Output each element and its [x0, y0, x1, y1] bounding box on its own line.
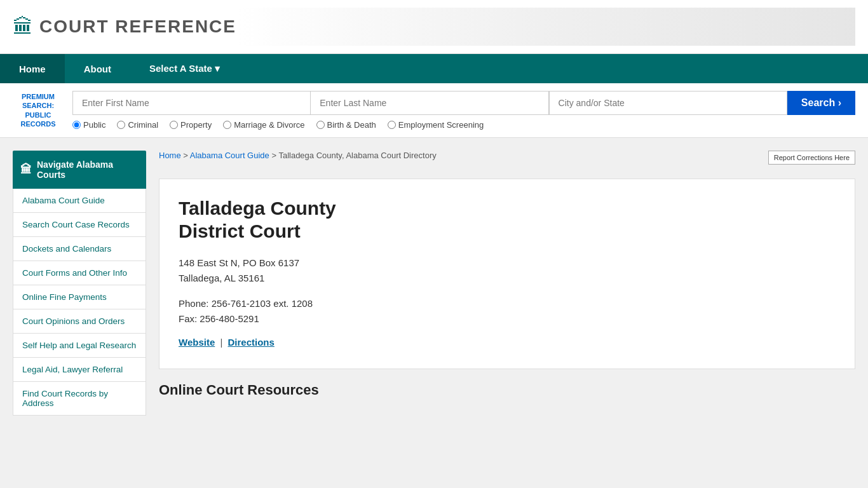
radio-marriage-divorce[interactable]: Marriage & Divorce	[223, 120, 304, 130]
sidebar-link-self-help[interactable]: Self Help and Legal Research	[13, 334, 146, 357]
court-card: Talladega County District Court 148 East…	[159, 179, 855, 369]
sidebar-item-legal-aid[interactable]: Legal Aid, Lawyer Referral	[13, 358, 146, 382]
sidebar-link-alabama-court-guide[interactable]: Alabama Court Guide	[13, 189, 146, 212]
radio-property-label: Property	[180, 120, 212, 130]
breadcrumb: Home > Alabama Court Guide > Talladega C…	[159, 151, 855, 170]
sidebar-link-legal-aid[interactable]: Legal Aid, Lawyer Referral	[13, 358, 146, 381]
radio-public-label: Public	[83, 120, 105, 130]
radio-options-row: Public Criminal Property Marriage & Divo…	[72, 120, 855, 130]
sidebar-item-court-opinions[interactable]: Court Opinions and Orders	[13, 309, 146, 334]
nav-about[interactable]: About	[65, 54, 130, 83]
first-name-input[interactable]	[72, 91, 310, 115]
nav-home[interactable]: Home	[0, 54, 65, 83]
radio-employment-label: Employment Screening	[398, 120, 484, 130]
premium-label: PREMIUM SEARCH: PUBLIC RECORDS	[13, 92, 64, 128]
sidebar-item-online-fine-payments[interactable]: Online Fine Payments	[13, 285, 146, 309]
sidebar-link-search-court-case-records[interactable]: Search Court Case Records	[13, 213, 146, 236]
search-inputs-row: Search ›	[72, 91, 855, 115]
last-name-input[interactable]	[310, 91, 548, 115]
online-resources-title: Online Court Resources	[159, 382, 855, 398]
search-bar: PREMIUM SEARCH: PUBLIC RECORDS Search › …	[0, 83, 868, 138]
court-name: Talladega County District Court	[179, 197, 836, 243]
sidebar-link-online-fine-payments[interactable]: Online Fine Payments	[13, 285, 146, 309]
courthouse-icon: 🏛	[13, 15, 33, 39]
site-title: COURT REFERENCE	[39, 17, 236, 37]
directions-link[interactable]: Directions	[228, 337, 275, 348]
court-links: Website | Directions	[179, 337, 836, 348]
court-address: 148 East St N, PO Box 6137 Talladega, AL…	[179, 255, 836, 286]
breadcrumb-current: Talladega County, Alabama Court Director…	[278, 151, 436, 160]
sidebar-header-label: Navigate Alabama Courts	[37, 159, 139, 180]
page-content: Home > Alabama Court Guide > Talladega C…	[159, 151, 855, 416]
sidebar-header: 🏛 Navigate Alabama Courts	[13, 151, 146, 189]
breadcrumb-guide[interactable]: Alabama Court Guide	[190, 151, 269, 160]
radio-public[interactable]: Public	[72, 120, 105, 130]
sidebar-link-dockets-calendars[interactable]: Dockets and Calendars	[13, 237, 146, 261]
radio-employment-screening[interactable]: Employment Screening	[388, 120, 484, 130]
website-link[interactable]: Website	[179, 337, 215, 348]
sidebar-item-alabama-court-guide[interactable]: Alabama Court Guide	[13, 189, 146, 213]
sidebar-item-self-help[interactable]: Self Help and Legal Research	[13, 334, 146, 358]
sidebar-item-court-forms[interactable]: Court Forms and Other Info	[13, 261, 146, 285]
breadcrumb-home[interactable]: Home	[159, 151, 181, 160]
logo-area: 🏛 COURT REFERENCE	[13, 15, 236, 39]
sidebar-item-dockets-calendars[interactable]: Dockets and Calendars	[13, 237, 146, 261]
sidebar-item-find-court-records[interactable]: Find Court Records by Address	[13, 382, 146, 416]
page-header: 🏛 COURT REFERENCE	[0, 0, 868, 54]
court-contact: Phone: 256-761-2103 ext. 1208 Fax: 256-4…	[179, 296, 836, 327]
link-separator: |	[220, 337, 222, 348]
sidebar-link-find-court-records[interactable]: Find Court Records by Address	[13, 382, 146, 415]
main-nav: Home About Select A State ▾	[0, 54, 868, 83]
radio-birth-death-label: Birth & Death	[327, 120, 376, 130]
radio-criminal-label: Criminal	[128, 120, 158, 130]
sidebar-courthouse-icon: 🏛	[20, 163, 32, 177]
radio-property[interactable]: Property	[170, 120, 212, 130]
city-input[interactable]	[549, 91, 787, 115]
radio-marriage-divorce-label: Marriage & Divorce	[234, 120, 304, 130]
search-button[interactable]: Search ›	[787, 91, 855, 115]
radio-birth-death[interactable]: Birth & Death	[316, 120, 376, 130]
online-resources-section: Online Court Resources	[159, 382, 855, 398]
main-container: 🏛 Navigate Alabama Courts Alabama Court …	[0, 138, 868, 428]
search-inputs: Search › Public Criminal Property Marria…	[72, 91, 855, 130]
sidebar-link-court-opinions[interactable]: Court Opinions and Orders	[13, 309, 146, 333]
nav-select-state[interactable]: Select A State ▾	[130, 54, 239, 83]
sidebar-item-search-court-case-records[interactable]: Search Court Case Records	[13, 213, 146, 237]
header-decoration	[236, 8, 855, 46]
sidebar: 🏛 Navigate Alabama Courts Alabama Court …	[13, 151, 146, 416]
radio-criminal[interactable]: Criminal	[117, 120, 158, 130]
corrections-button[interactable]: Report Corrections Here	[768, 151, 855, 165]
sidebar-link-court-forms[interactable]: Court Forms and Other Info	[13, 261, 146, 285]
